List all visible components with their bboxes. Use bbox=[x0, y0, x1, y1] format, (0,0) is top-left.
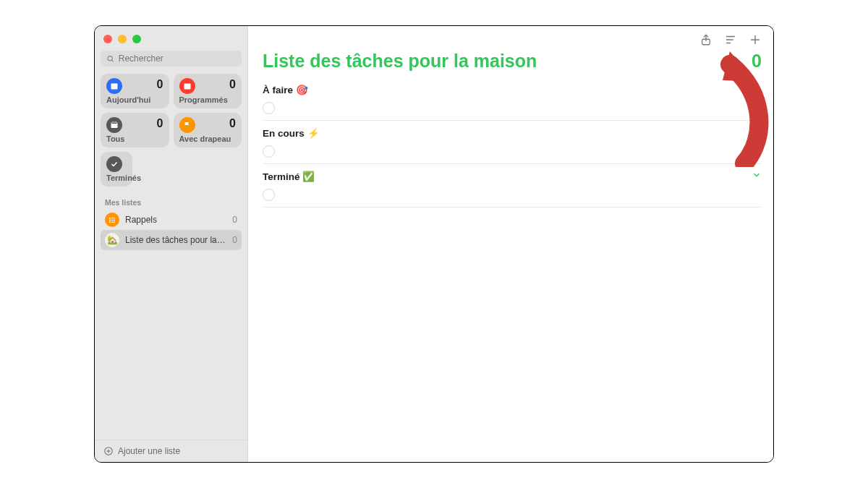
smart-lists-grid: 0 Aujourd'hui 0 Programmés 0 bbox=[101, 74, 242, 147]
svg-point-0 bbox=[108, 56, 112, 60]
smart-label: Avec drapeau bbox=[179, 134, 237, 143]
smart-label: Terminés bbox=[106, 174, 127, 182]
smart-count: 0 bbox=[229, 117, 236, 130]
list-label: Liste des tâches pour la mai… bbox=[125, 235, 226, 245]
section-header[interactable]: À faire 🎯 bbox=[263, 79, 762, 99]
tray-icon bbox=[106, 117, 122, 133]
smart-list-all[interactable]: 0 Tous bbox=[101, 113, 169, 147]
list-title: Liste des tâches pour la maison bbox=[263, 51, 537, 72]
plus-circle-icon bbox=[103, 446, 114, 456]
svg-point-10 bbox=[109, 218, 110, 218]
section-title: En cours ⚡ bbox=[263, 127, 320, 139]
fullscreen-window-button[interactable] bbox=[132, 35, 141, 43]
reminder-checkbox[interactable] bbox=[263, 189, 275, 201]
sidebar-list-rappels[interactable]: Rappels 0 bbox=[101, 210, 242, 230]
lines-icon bbox=[724, 33, 737, 46]
sidebar-list-maison[interactable]: 🏡 Liste des tâches pour la mai… 0 bbox=[101, 230, 242, 250]
sidebar: 0 Aujourd'hui 0 Programmés 0 bbox=[95, 26, 248, 462]
smart-lists-grid-2: Terminés bbox=[101, 152, 242, 187]
section-a-faire: À faire 🎯 bbox=[263, 79, 762, 121]
list-label: Rappels bbox=[125, 215, 226, 225]
section-header[interactable]: Terminé ✅ bbox=[263, 166, 762, 186]
svg-rect-6 bbox=[187, 85, 188, 87]
chevron-down-icon bbox=[752, 127, 762, 140]
checkmark-icon bbox=[106, 156, 122, 172]
smart-label: Programmés bbox=[179, 95, 237, 104]
reminder-checkbox[interactable] bbox=[263, 145, 275, 158]
list-count: 0 bbox=[232, 215, 237, 225]
smart-list-scheduled[interactable]: 0 Programmés bbox=[174, 74, 242, 108]
list-total-count: 0 bbox=[752, 51, 762, 72]
calendar-icon bbox=[179, 78, 195, 94]
smart-label: Aujourd'hui bbox=[106, 95, 163, 104]
calendar-icon bbox=[106, 78, 122, 94]
chevron-down-icon bbox=[752, 83, 762, 96]
section-title: Terminé ✅ bbox=[263, 171, 315, 182]
reminder-checkbox[interactable] bbox=[263, 102, 275, 114]
svg-rect-3 bbox=[111, 84, 118, 86]
add-list-label: Ajouter une liste bbox=[118, 446, 180, 456]
smart-count: 0 bbox=[157, 78, 163, 91]
search-field[interactable] bbox=[101, 51, 242, 67]
svg-point-12 bbox=[109, 221, 110, 222]
empty-reminder-row[interactable] bbox=[263, 99, 762, 116]
empty-reminder-row[interactable] bbox=[263, 186, 762, 202]
main-pane: Liste des tâches pour la maison 0 À fair… bbox=[248, 26, 773, 462]
search-icon bbox=[106, 54, 115, 64]
section-title: À faire 🎯 bbox=[263, 84, 308, 95]
emoji-icon: 🏡 bbox=[105, 233, 119, 247]
search-input[interactable] bbox=[119, 53, 236, 64]
view-options-button[interactable] bbox=[724, 33, 737, 46]
smart-label: Tous bbox=[106, 134, 163, 143]
list-count: 0 bbox=[232, 235, 237, 245]
plus-icon bbox=[749, 33, 762, 46]
svg-point-11 bbox=[109, 219, 110, 220]
sidebar-heading-my-lists: Mes listes bbox=[101, 191, 242, 210]
share-icon bbox=[699, 33, 712, 46]
share-button[interactable] bbox=[699, 33, 712, 46]
list-bullet-icon bbox=[105, 213, 119, 227]
window-controls bbox=[101, 32, 242, 51]
smart-list-flagged[interactable]: 0 Avec drapeau bbox=[174, 113, 242, 147]
app-window: 0 Aujourd'hui 0 Programmés 0 bbox=[94, 25, 774, 463]
add-list-button[interactable]: Ajouter une liste bbox=[95, 440, 247, 462]
smart-list-today[interactable]: 0 Aujourd'hui bbox=[101, 74, 169, 108]
section-header[interactable]: En cours ⚡ bbox=[263, 122, 762, 142]
chevron-down-icon bbox=[752, 170, 762, 183]
smart-count: 0 bbox=[229, 78, 236, 91]
flag-icon bbox=[179, 117, 195, 133]
smart-count: 0 bbox=[157, 117, 163, 130]
section-en-cours: En cours ⚡ bbox=[263, 122, 762, 164]
svg-line-1 bbox=[111, 60, 113, 61]
new-reminder-button[interactable] bbox=[749, 33, 762, 46]
empty-reminder-row[interactable] bbox=[263, 142, 762, 159]
section-termine: Terminé ✅ bbox=[263, 166, 762, 207]
svg-rect-5 bbox=[185, 85, 187, 87]
minimize-window-button[interactable] bbox=[118, 35, 127, 43]
smart-list-completed[interactable]: Terminés bbox=[101, 152, 132, 187]
close-window-button[interactable] bbox=[103, 35, 112, 43]
toolbar bbox=[263, 33, 762, 46]
